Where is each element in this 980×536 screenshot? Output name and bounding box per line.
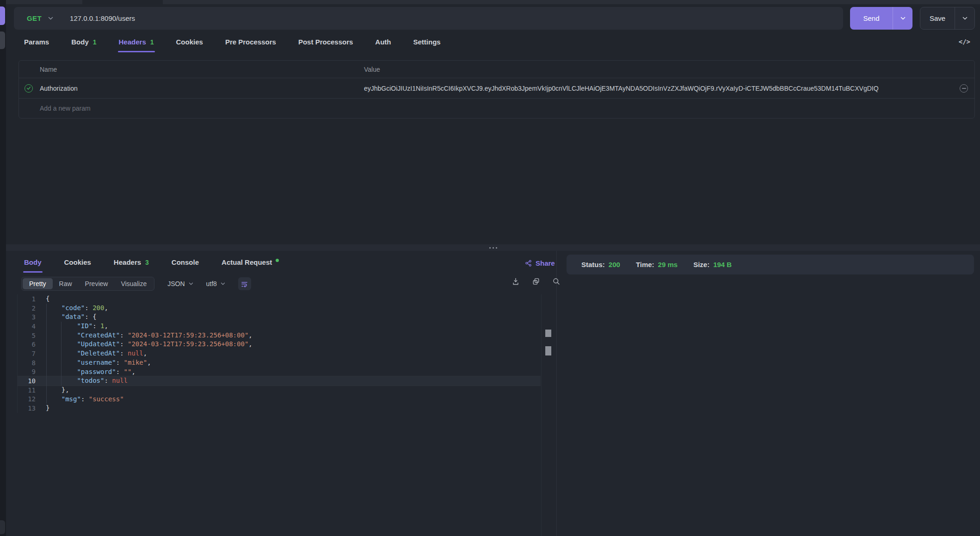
- url-bar[interactable]: GET 127.0.0.1:8090/users: [14, 7, 843, 30]
- viewer-toolbar: PrettyRawPreviewVisualize JSON utf8: [21, 277, 251, 291]
- encoding-select[interactable]: utf8: [206, 280, 225, 287]
- save-button-label[interactable]: Save: [920, 7, 955, 29]
- headers-table: Name Value Authorization eyJhbGciOiJIUzI…: [18, 60, 975, 118]
- code-text: "msg": "success": [46, 395, 124, 404]
- code-snippet-icon[interactable]: </>: [959, 38, 970, 45]
- overview-marker[interactable]: [545, 330, 551, 337]
- code-text: "UpdatedAt": "2024-03-12T17:59:23.256+08…: [46, 340, 253, 349]
- tab-console[interactable]: Console: [171, 255, 200, 273]
- line-number: 8: [18, 359, 36, 367]
- tab-cookies[interactable]: Cookies: [175, 34, 204, 52]
- response-vertical-divider: [556, 251, 557, 536]
- share-button[interactable]: Share: [525, 259, 555, 267]
- status-value: 200: [609, 261, 620, 268]
- share-label: Share: [536, 259, 555, 267]
- remove-row-icon[interactable]: [960, 84, 968, 93]
- tab-label: Headers: [114, 258, 141, 266]
- word-wrap-toggle[interactable]: [238, 277, 251, 290]
- tab-headers[interactable]: Headers3: [113, 255, 150, 273]
- header-name-cell[interactable]: Authorization: [40, 85, 78, 92]
- code-text: "username": "mike",: [46, 358, 151, 368]
- copy-response-icon[interactable]: [532, 277, 540, 286]
- code-line: 11 },: [18, 386, 541, 395]
- tab-label: Body: [71, 38, 89, 46]
- chevron-down-icon: [189, 282, 193, 286]
- mode-pretty[interactable]: Pretty: [23, 278, 53, 289]
- response-panel: BodyCookiesHeaders3ConsoleActual Request…: [6, 251, 980, 536]
- column-header-value: Value: [364, 66, 380, 73]
- status-label: Status:: [581, 261, 605, 268]
- panel-resizer-handle[interactable]: [6, 244, 980, 251]
- tab-badge: 1: [93, 38, 97, 46]
- tab-post-processors[interactable]: Post Processors: [297, 34, 354, 52]
- viewer-actions: [512, 277, 561, 286]
- left-sidebar-strip: [0, 0, 6, 536]
- header-value-cell[interactable]: eyJhbGciOiJIUzI1NiIsInR5cCI6IkpXVCJ9.eyJ…: [364, 85, 948, 92]
- tab-cookies[interactable]: Cookies: [63, 255, 92, 273]
- sidebar-bottom-pill[interactable]: [0, 520, 5, 534]
- indent-guide: [61, 322, 62, 386]
- tab-settings[interactable]: Settings: [413, 34, 442, 52]
- line-number: 1: [18, 295, 36, 303]
- line-number: 11: [18, 386, 36, 394]
- tab-params[interactable]: Params: [23, 34, 50, 52]
- download-response-icon[interactable]: [512, 277, 520, 286]
- tab-label: Actual Request: [222, 258, 272, 266]
- line-number: 7: [18, 350, 36, 357]
- code-line: 5 "CreatedAt": "2024-03-12T17:59:23.256+…: [18, 331, 541, 340]
- add-param-row[interactable]: Add a new param: [19, 99, 974, 118]
- response-time: Time: 29 ms: [636, 261, 678, 268]
- chevron-down-icon[interactable]: [48, 17, 53, 20]
- status-code: Status: 200: [581, 261, 620, 268]
- line-number: 10: [18, 377, 36, 385]
- mode-visualize[interactable]: Visualize: [114, 278, 153, 289]
- method-select[interactable]: GET: [27, 14, 42, 22]
- sidebar-item-pill[interactable]: [0, 31, 5, 49]
- line-number: 12: [18, 395, 36, 403]
- tab-body[interactable]: Body1: [70, 34, 97, 52]
- tab-label: Cookies: [64, 258, 91, 266]
- active-request-tab-edge: [82, 0, 163, 4]
- code-text: },: [46, 386, 69, 395]
- url-input[interactable]: 127.0.0.1:8090/users: [70, 14, 135, 22]
- save-options-caret[interactable]: [955, 7, 974, 29]
- enabled-check-icon[interactable]: [25, 84, 33, 93]
- tab-badge: 3: [145, 259, 149, 266]
- tab-headers[interactable]: Headers1: [118, 34, 155, 52]
- language-select[interactable]: JSON: [167, 280, 193, 287]
- code-line: 7 "DeletedAt": null,: [18, 349, 541, 358]
- sidebar-active-item-pill[interactable]: [0, 6, 5, 25]
- code-text: {: [46, 294, 49, 304]
- mode-preview[interactable]: Preview: [79, 278, 115, 289]
- language-select-value: JSON: [167, 280, 185, 287]
- column-header-name: Name: [40, 66, 57, 73]
- send-button-label[interactable]: Send: [850, 7, 893, 30]
- code-line: 10 "todos": null: [18, 376, 541, 386]
- tab-body[interactable]: Body: [23, 255, 43, 273]
- line-number: 5: [18, 332, 36, 339]
- search-response-icon[interactable]: [552, 277, 561, 286]
- code-text: "ID": 1,: [46, 322, 108, 331]
- send-options-caret[interactable]: [893, 7, 912, 30]
- code-text: "data": {: [46, 312, 97, 322]
- tab-pre-processors[interactable]: Pre Processors: [224, 34, 277, 52]
- code-text: "todos": null: [46, 376, 128, 386]
- response-body-editor[interactable]: 1{2 "code": 200,3 "data": {4 "ID": 1,5 "…: [17, 294, 541, 413]
- mode-raw[interactable]: Raw: [53, 278, 79, 289]
- status-dot: [276, 259, 279, 262]
- send-button[interactable]: Send: [850, 7, 912, 30]
- tab-label: Settings: [413, 38, 441, 46]
- tab-actual-request[interactable]: Actual Request: [221, 255, 280, 273]
- code-text: "code": 200,: [46, 304, 108, 313]
- headers-table-head: Name Value: [19, 61, 974, 78]
- size-value: 194 B: [713, 261, 732, 268]
- tab-label: Pre Processors: [225, 38, 276, 46]
- overview-marker[interactable]: [545, 346, 551, 355]
- code-line: 13}: [18, 404, 541, 413]
- code-line: 12 "msg": "success": [18, 395, 541, 404]
- request-tabbar-edge: [6, 0, 980, 4]
- encoding-select-value: utf8: [206, 280, 217, 287]
- code-editor-lines: 1{2 "code": 200,3 "data": {4 "ID": 1,5 "…: [18, 294, 541, 413]
- tab-auth[interactable]: Auth: [374, 34, 392, 52]
- save-button[interactable]: Save: [920, 7, 975, 30]
